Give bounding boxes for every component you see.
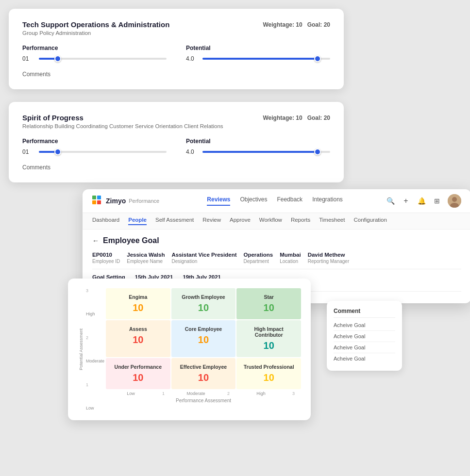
cell-effective-label: Effective Employee bbox=[175, 364, 232, 370]
x-tick-2: 2 bbox=[221, 391, 236, 396]
cell-growth-value: 10 bbox=[175, 302, 232, 313]
cell-high-impact: High Impact Contributor 10 bbox=[236, 320, 301, 357]
avatar-img bbox=[448, 194, 461, 208]
employee-info-section: EP0010 Employee ID Jessica Walsh Employe… bbox=[92, 252, 461, 269]
subnav-configuration[interactable]: Configuration bbox=[353, 217, 386, 225]
card-tech-perf-track[interactable] bbox=[39, 58, 167, 60]
cell-core-value: 10 bbox=[175, 334, 232, 345]
card-tech-perf-value: 01 bbox=[22, 55, 34, 62]
subnav-workflow[interactable]: Workflow bbox=[259, 217, 282, 225]
subnav-timesheet[interactable]: Timesheet bbox=[319, 217, 345, 225]
card-spirit-potential-group: Potential 4.0 bbox=[186, 138, 330, 155]
back-arrow[interactable]: ← bbox=[92, 237, 99, 245]
subnav-review[interactable]: Review bbox=[202, 217, 221, 225]
subnav-people[interactable]: People bbox=[128, 217, 147, 225]
card-spirit-title: Spirit of Progress bbox=[22, 114, 84, 122]
cell-trusted-label: Trusted Professional bbox=[240, 364, 297, 370]
matrix-grid-area: Engima 10 Growth Employee 10 Star 10 Ass… bbox=[106, 288, 301, 410]
card-tech-pot-thumb bbox=[314, 55, 321, 62]
card-tech-potential-group: Potential 4.0 bbox=[186, 45, 330, 62]
nine-box-grid: Engima 10 Growth Employee 10 Star 10 Ass… bbox=[106, 288, 301, 389]
card-spirit-weightage: Weightage: 10 Goal: 20 bbox=[263, 115, 330, 121]
card-tech-pot-value: 4.0 bbox=[186, 55, 198, 62]
x-tick-moderate: Moderate bbox=[171, 391, 221, 396]
card-tech-subtitle: Group Policy Administration bbox=[22, 30, 330, 36]
card-tech-sliders: Performance 01 Potential 4.0 bbox=[22, 45, 330, 62]
page-title: Employee Goal bbox=[103, 236, 159, 245]
card-spirit-of-progress: Spirit of Progress Weightage: 10 Goal: 2… bbox=[9, 102, 344, 182]
y-label-low: Low bbox=[86, 406, 104, 410]
card-tech-title-row: Tech Support Operations & Administration… bbox=[22, 20, 330, 29]
bell-icon[interactable]: 🔔 bbox=[417, 196, 426, 206]
comment-item-2: Acheive Goal bbox=[334, 331, 395, 342]
emp-location: Mumbai Location bbox=[280, 252, 301, 264]
emp-id: EP0010 Employee ID bbox=[92, 252, 120, 264]
cell-core-label: Core Employee bbox=[175, 326, 232, 332]
card-tech-perf-thumb bbox=[54, 55, 61, 62]
subnav-approve[interactable]: Approve bbox=[230, 217, 251, 225]
comment-item-3: Acheive Goal bbox=[334, 342, 395, 353]
card-spirit-perf-wrapper: 01 bbox=[22, 148, 167, 155]
y-tick-labels: 3 High 2 Moderate 1 Low bbox=[86, 288, 107, 410]
search-icon[interactable]: 🔍 bbox=[386, 196, 395, 206]
cell-effective-value: 10 bbox=[175, 372, 232, 383]
card-tech-performance-group: Performance 01 bbox=[22, 45, 167, 62]
add-icon[interactable]: + bbox=[401, 196, 411, 206]
card-spirit-sliders: Performance 01 Potential 4.0 bbox=[22, 138, 330, 155]
card-tech-support: Tech Support Operations & Administration… bbox=[9, 9, 344, 89]
emp-department: Operations Department bbox=[243, 252, 273, 264]
card-spirit-pot-wrapper: 4.0 bbox=[186, 148, 330, 155]
cell-enigma: Engima 10 bbox=[106, 288, 170, 319]
top-nav: Zimyo Performance Reviews Objectives Fee… bbox=[83, 189, 470, 213]
cell-trusted-value: 10 bbox=[240, 372, 297, 383]
cell-high-impact-value: 10 bbox=[240, 340, 297, 351]
matrix-chart-wrapper: Potential Assessment 3 High 2 Moderate 1… bbox=[78, 288, 301, 410]
avatar[interactable] bbox=[448, 194, 461, 208]
top-tabs: Reviews Objectives Feedback Integrations bbox=[172, 196, 378, 206]
cell-under-perf-value: 10 bbox=[110, 372, 167, 383]
cell-core-employee: Core Employee 10 bbox=[171, 320, 236, 357]
cell-assess: Assess 10 bbox=[106, 320, 170, 357]
y-tick-2: 2 bbox=[86, 335, 104, 340]
cell-star-value: 10 bbox=[240, 302, 297, 313]
back-title: ← Employee Goal bbox=[92, 236, 461, 245]
cell-under-performance: Under Performance 10 bbox=[106, 358, 170, 389]
logo-text: Zimyo bbox=[106, 197, 126, 205]
x-tick-low: Low bbox=[106, 391, 156, 396]
tab-integrations[interactable]: Integrations bbox=[312, 196, 343, 206]
logo-sub: Performance bbox=[129, 198, 159, 204]
card-spirit-perf-track[interactable] bbox=[39, 151, 167, 153]
cell-effective-employee: Effective Employee 10 bbox=[171, 358, 236, 389]
svg-rect-2 bbox=[92, 200, 96, 204]
card-spirit-performance-group: Performance 01 bbox=[22, 138, 167, 155]
card-tech-title: Tech Support Operations & Administration bbox=[22, 20, 169, 29]
cell-high-impact-label: High Impact Contributor bbox=[240, 326, 297, 338]
svg-rect-1 bbox=[97, 196, 101, 199]
subnav-self-assesment[interactable]: Self Assesment bbox=[155, 217, 194, 225]
card-spirit-pot-track[interactable] bbox=[202, 151, 330, 153]
card-tech-pot-wrapper: 4.0 bbox=[186, 55, 330, 62]
grid-icon[interactable]: ⊞ bbox=[432, 196, 442, 206]
subnav-dashboard[interactable]: Dashboard bbox=[92, 217, 119, 225]
logo-area: Zimyo Performance bbox=[92, 196, 159, 206]
tab-objectives[interactable]: Objectives bbox=[240, 196, 267, 206]
comment-panel: Comment Acheive Goal Acheive Goal Acheiv… bbox=[327, 301, 402, 371]
card-tech-pot-label: Potential bbox=[186, 45, 330, 51]
y-tick-3: 3 bbox=[86, 288, 104, 293]
card-spirit-pot-label: Potential bbox=[186, 138, 330, 145]
top-actions: 🔍 + 🔔 ⊞ bbox=[386, 194, 461, 208]
svg-rect-3 bbox=[97, 200, 101, 204]
svg-rect-0 bbox=[92, 196, 96, 199]
card-spirit-pot-fill bbox=[202, 151, 318, 153]
card-spirit-comments: Comments bbox=[22, 164, 330, 171]
card-tech-pot-track[interactable] bbox=[202, 58, 330, 60]
comment-item-1: Acheive Goal bbox=[334, 320, 395, 331]
comment-header: Comment bbox=[334, 308, 395, 318]
subnav-reports[interactable]: Reports bbox=[291, 217, 310, 225]
card-spirit-perf-value: 01 bbox=[22, 148, 34, 155]
cell-assess-label: Assess bbox=[110, 326, 167, 332]
tab-reviews[interactable]: Reviews bbox=[207, 196, 230, 206]
y-label-high: High bbox=[86, 312, 104, 316]
cell-growth-label: Growth Employee bbox=[175, 294, 232, 300]
tab-feedback[interactable]: Feedback bbox=[277, 196, 302, 206]
